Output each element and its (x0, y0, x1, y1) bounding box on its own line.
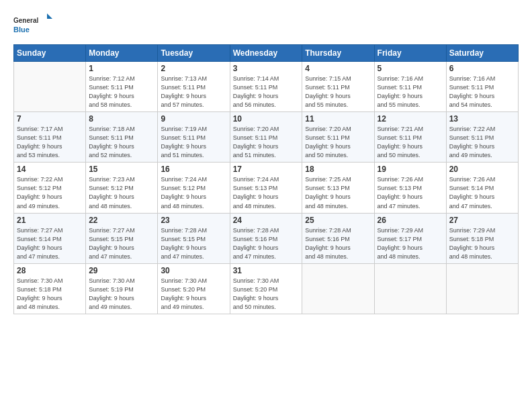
calendar-cell: 10Sunrise: 7:20 AMSunset: 5:11 PMDayligh… (230, 112, 302, 163)
calendar-cell: 14Sunrise: 7:22 AMSunset: 5:12 PMDayligh… (14, 163, 86, 213)
calendar-cell (302, 263, 374, 314)
calendar-table: SundayMondayTuesdayWednesdayThursdayFrid… (13, 44, 519, 314)
day-number: 15 (89, 165, 154, 174)
day-info: Sunrise: 7:15 AMSunset: 5:11 PMDaylight:… (305, 75, 371, 109)
calendar-cell: 31Sunrise: 7:30 AMSunset: 5:20 PMDayligh… (230, 263, 302, 314)
day-info: Sunrise: 7:19 AMSunset: 5:11 PMDaylight:… (161, 125, 226, 160)
calendar-cell: 17Sunrise: 7:24 AMSunset: 5:13 PMDayligh… (230, 163, 302, 213)
day-number: 22 (89, 216, 154, 225)
calendar-cell: 19Sunrise: 7:26 AMSunset: 5:13 PMDayligh… (374, 163, 446, 213)
calendar-cell: 4Sunrise: 7:15 AMSunset: 5:11 PMDaylight… (302, 62, 374, 112)
day-info: Sunrise: 7:30 AMSunset: 5:19 PMDaylight:… (89, 277, 154, 312)
weekday-header-wednesday: Wednesday (230, 45, 302, 62)
svg-text:Blue: Blue (13, 26, 30, 34)
day-number: 21 (17, 216, 83, 225)
day-info: Sunrise: 7:21 AMSunset: 5:11 PMDaylight:… (378, 125, 443, 160)
weekday-header-row: SundayMondayTuesdayWednesdayThursdayFrid… (14, 45, 519, 62)
day-info: Sunrise: 7:22 AMSunset: 5:11 PMDaylight:… (449, 125, 515, 160)
day-info: Sunrise: 7:14 AMSunset: 5:11 PMDaylight:… (233, 75, 300, 109)
day-number: 31 (233, 266, 300, 275)
day-info: Sunrise: 7:20 AMSunset: 5:11 PMDaylight:… (233, 125, 300, 160)
day-number: 2 (161, 64, 226, 73)
calendar-cell: 22Sunrise: 7:27 AMSunset: 5:15 PMDayligh… (86, 213, 158, 263)
day-number: 7 (17, 114, 83, 124)
day-number: 28 (17, 266, 83, 275)
day-number: 16 (161, 165, 226, 174)
day-info: Sunrise: 7:13 AMSunset: 5:11 PMDaylight:… (161, 75, 226, 109)
calendar-cell: 8Sunrise: 7:18 AMSunset: 5:11 PMDaylight… (86, 112, 158, 163)
day-info: Sunrise: 7:23 AMSunset: 5:12 PMDaylight:… (89, 175, 154, 210)
day-info: Sunrise: 7:16 AMSunset: 5:11 PMDaylight:… (378, 75, 443, 109)
day-info: Sunrise: 7:30 AMSunset: 5:20 PMDaylight:… (233, 277, 300, 312)
calendar-cell: 18Sunrise: 7:25 AMSunset: 5:13 PMDayligh… (302, 163, 374, 213)
day-number: 23 (161, 216, 226, 225)
day-number: 10 (233, 114, 300, 124)
calendar-cell: 21Sunrise: 7:27 AMSunset: 5:14 PMDayligh… (14, 213, 86, 263)
day-info: Sunrise: 7:27 AMSunset: 5:15 PMDaylight:… (89, 226, 154, 261)
day-number: 25 (305, 216, 371, 225)
day-number: 20 (449, 165, 515, 174)
day-info: Sunrise: 7:22 AMSunset: 5:12 PMDaylight:… (17, 175, 83, 210)
calendar-cell: 15Sunrise: 7:23 AMSunset: 5:12 PMDayligh… (86, 163, 158, 213)
day-number: 26 (378, 216, 443, 225)
day-number: 4 (305, 64, 371, 73)
calendar-cell (446, 263, 518, 314)
calendar-cell (14, 62, 86, 112)
weekday-header-saturday: Saturday (446, 45, 518, 62)
weekday-header-tuesday: Tuesday (158, 45, 230, 62)
calendar-cell: 28Sunrise: 7:30 AMSunset: 5:18 PMDayligh… (14, 263, 86, 314)
calendar-cell: 3Sunrise: 7:14 AMSunset: 5:11 PMDaylight… (230, 62, 302, 112)
calendar-cell: 12Sunrise: 7:21 AMSunset: 5:11 PMDayligh… (374, 112, 446, 163)
day-number: 5 (378, 64, 443, 73)
calendar-cell: 16Sunrise: 7:24 AMSunset: 5:12 PMDayligh… (158, 163, 230, 213)
day-info: Sunrise: 7:20 AMSunset: 5:11 PMDaylight:… (305, 125, 371, 160)
day-info: Sunrise: 7:30 AMSunset: 5:18 PMDaylight:… (17, 277, 83, 312)
calendar-cell: 2Sunrise: 7:13 AMSunset: 5:11 PMDaylight… (158, 62, 230, 112)
calendar-cell: 9Sunrise: 7:19 AMSunset: 5:11 PMDaylight… (158, 112, 230, 163)
day-info: Sunrise: 7:17 AMSunset: 5:11 PMDaylight:… (17, 125, 83, 160)
svg-text:General: General (13, 17, 38, 24)
calendar-cell: 20Sunrise: 7:26 AMSunset: 5:14 PMDayligh… (446, 163, 518, 213)
day-info: Sunrise: 7:29 AMSunset: 5:17 PMDaylight:… (378, 226, 443, 261)
day-info: Sunrise: 7:24 AMSunset: 5:12 PMDaylight:… (161, 175, 226, 210)
calendar-cell: 26Sunrise: 7:29 AMSunset: 5:17 PMDayligh… (374, 213, 446, 263)
day-number: 24 (233, 216, 300, 225)
calendar-cell: 25Sunrise: 7:28 AMSunset: 5:16 PMDayligh… (302, 213, 374, 263)
day-number: 9 (161, 114, 226, 124)
weekday-header-thursday: Thursday (302, 45, 374, 62)
day-info: Sunrise: 7:24 AMSunset: 5:13 PMDaylight:… (233, 175, 300, 210)
day-number: 1 (89, 64, 154, 73)
day-number: 17 (233, 165, 300, 174)
day-info: Sunrise: 7:28 AMSunset: 5:16 PMDaylight:… (233, 226, 300, 261)
day-number: 27 (449, 216, 515, 225)
weekday-header-monday: Monday (86, 45, 158, 62)
svg-marker-2 (47, 13, 52, 19)
calendar-cell: 7Sunrise: 7:17 AMSunset: 5:11 PMDaylight… (14, 112, 86, 163)
day-info: Sunrise: 7:18 AMSunset: 5:11 PMDaylight:… (89, 125, 154, 160)
calendar-week-row: 7Sunrise: 7:17 AMSunset: 5:11 PMDaylight… (14, 112, 519, 163)
calendar-cell: 6Sunrise: 7:16 AMSunset: 5:11 PMDaylight… (446, 62, 518, 112)
weekday-header-friday: Friday (374, 45, 446, 62)
weekday-header-sunday: Sunday (14, 45, 86, 62)
day-number: 18 (305, 165, 371, 174)
day-info: Sunrise: 7:12 AMSunset: 5:11 PMDaylight:… (89, 75, 154, 109)
calendar-cell: 27Sunrise: 7:29 AMSunset: 5:18 PMDayligh… (446, 213, 518, 263)
day-info: Sunrise: 7:26 AMSunset: 5:14 PMDaylight:… (449, 175, 515, 210)
day-info: Sunrise: 7:28 AMSunset: 5:15 PMDaylight:… (161, 226, 226, 261)
calendar-cell: 23Sunrise: 7:28 AMSunset: 5:15 PMDayligh… (158, 213, 230, 263)
calendar-cell: 29Sunrise: 7:30 AMSunset: 5:19 PMDayligh… (86, 263, 158, 314)
calendar-cell (374, 263, 446, 314)
day-number: 3 (233, 64, 300, 73)
calendar-cell: 30Sunrise: 7:30 AMSunset: 5:20 PMDayligh… (158, 263, 230, 314)
day-info: Sunrise: 7:27 AMSunset: 5:14 PMDaylight:… (17, 226, 83, 261)
day-number: 12 (378, 114, 443, 124)
calendar-week-row: 21Sunrise: 7:27 AMSunset: 5:14 PMDayligh… (14, 213, 519, 263)
day-info: Sunrise: 7:28 AMSunset: 5:16 PMDaylight:… (305, 226, 371, 261)
day-number: 8 (89, 114, 154, 124)
day-info: Sunrise: 7:29 AMSunset: 5:18 PMDaylight:… (449, 226, 515, 261)
day-info: Sunrise: 7:30 AMSunset: 5:20 PMDaylight:… (161, 277, 226, 312)
day-number: 6 (449, 64, 515, 73)
logo-svg: General Blue (13, 12, 54, 38)
day-number: 14 (17, 165, 83, 174)
calendar-cell: 24Sunrise: 7:28 AMSunset: 5:16 PMDayligh… (230, 213, 302, 263)
